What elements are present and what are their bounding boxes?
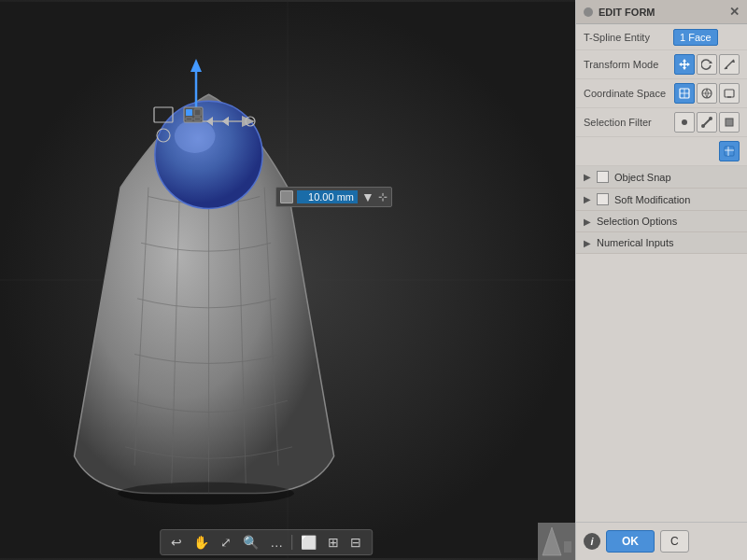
transform-mode-label: Transform Mode xyxy=(584,59,668,70)
svg-marker-31 xyxy=(687,63,690,66)
toolbar-zoom-btn[interactable]: 🔍 xyxy=(240,533,261,552)
coordinate-space-label: Coordinate Space xyxy=(584,88,668,99)
selection-options-label: Selection Options xyxy=(597,216,677,227)
selection-filter-extra-buttons xyxy=(719,141,740,161)
dimension-value-input[interactable]: 10.00 mm xyxy=(297,190,358,203)
ok-button[interactable]: OK xyxy=(606,530,655,553)
numerical-inputs-label: Numerical Inputs xyxy=(597,237,674,248)
coord-screen-btn[interactable] xyxy=(719,83,740,104)
toolbar-grid-btn[interactable]: ⊞ xyxy=(325,533,342,552)
panel-close-btn[interactable]: ✕ xyxy=(729,5,740,19)
svg-point-16 xyxy=(157,129,170,142)
svg-rect-27 xyxy=(564,541,571,553)
3d-viewport[interactable]: 10.00 mm ▼ ⊹ ↩ ✋ ⤢ 🔍 … ⬜ ⊞ ⊟ xyxy=(0,0,575,560)
dimension-input-box: 10.00 mm ▼ ⊹ xyxy=(275,187,392,207)
toolbar-orbit-btn[interactable]: ⤢ xyxy=(218,533,234,552)
dimension-expand-btn[interactable]: ⊹ xyxy=(378,190,388,203)
svg-rect-48 xyxy=(725,147,734,156)
transform-rotate-btn[interactable] xyxy=(697,54,717,75)
svg-rect-21 xyxy=(194,118,201,120)
filter-vertex-btn[interactable] xyxy=(674,112,695,133)
numerical-inputs-section[interactable]: ▶ Numerical Inputs xyxy=(576,232,747,254)
svg-marker-28 xyxy=(683,59,686,62)
toolbar-undo-btn[interactable]: ↩ xyxy=(168,533,185,552)
view-thumbnail xyxy=(538,523,575,560)
panel-footer: i OK C xyxy=(576,522,747,560)
soft-modification-checkbox[interactable] xyxy=(597,193,609,205)
toolbar-more-btn[interactable]: … xyxy=(267,533,286,552)
soft-modification-label: Soft Modification xyxy=(614,194,690,205)
svg-point-45 xyxy=(701,124,705,128)
coord-local-btn[interactable] xyxy=(674,83,695,104)
main-container: 10.00 mm ▼ ⊹ ↩ ✋ ⤢ 🔍 … ⬜ ⊞ ⊟ xyxy=(0,0,747,560)
svg-rect-19 xyxy=(194,109,201,116)
object-snap-checkbox[interactable] xyxy=(597,171,609,183)
object-snap-chevron: ▶ xyxy=(584,172,591,182)
toolbar-display-btn[interactable]: ⬜ xyxy=(298,533,319,552)
svg-rect-18 xyxy=(186,109,192,116)
svg-rect-20 xyxy=(186,118,192,120)
svg-rect-47 xyxy=(726,119,733,126)
panel-title: EDIT FORM xyxy=(599,7,655,18)
filter-edge-btn[interactable] xyxy=(697,112,717,133)
svg-point-10 xyxy=(118,483,294,505)
svg-marker-30 xyxy=(679,63,682,66)
selection-filter-extra-row xyxy=(576,137,747,166)
t-spline-entity-label: T-Spline Entity xyxy=(584,32,668,43)
dim-color-swatch xyxy=(280,190,293,203)
filter-face-btn[interactable] xyxy=(719,112,740,133)
svg-point-46 xyxy=(709,117,712,120)
svg-marker-25 xyxy=(222,117,229,126)
svg-marker-23 xyxy=(206,117,213,126)
svg-marker-12 xyxy=(190,59,202,72)
toolbar-divider-1 xyxy=(291,535,292,550)
panel-header-icon xyxy=(584,7,593,17)
svg-marker-29 xyxy=(683,67,686,70)
transform-gizmo xyxy=(145,51,257,145)
object-snap-label: Object Snap xyxy=(614,172,671,183)
info-btn[interactable]: i xyxy=(584,533,600,550)
soft-modification-chevron: ▶ xyxy=(584,194,591,204)
transform-mode-buttons xyxy=(674,54,740,75)
coord-world-btn[interactable] xyxy=(697,83,717,104)
selection-filter-row: Selection Filter xyxy=(576,108,747,137)
selection-filter-label: Selection Filter xyxy=(584,117,668,128)
numerical-inputs-chevron: ▶ xyxy=(584,238,591,248)
dimension-dropdown-arrow[interactable]: ▼ xyxy=(361,189,374,204)
right-panel: EDIT FORM ✕ T-Spline Entity 1 Face Trans… xyxy=(575,0,747,560)
t-spline-entity-value-btn[interactable]: 1 Face xyxy=(673,29,718,46)
svg-rect-15 xyxy=(154,107,173,122)
toolbar-view-btn[interactable]: ⊟ xyxy=(347,533,364,552)
bottom-toolbar: ↩ ✋ ⤢ 🔍 … ⬜ ⊞ ⊟ xyxy=(160,529,373,555)
selection-options-chevron: ▶ xyxy=(584,217,591,227)
transform-scale-btn[interactable] xyxy=(719,54,740,75)
selection-options-section[interactable]: ▶ Selection Options xyxy=(576,211,747,232)
transform-move-btn[interactable] xyxy=(674,54,695,75)
filter-extra-btn[interactable] xyxy=(719,141,740,161)
panel-header: EDIT FORM ✕ xyxy=(576,0,747,24)
coordinate-space-buttons xyxy=(674,83,740,104)
coordinate-space-row: Coordinate Space xyxy=(576,79,747,108)
selection-filter-buttons xyxy=(674,112,740,133)
object-snap-section[interactable]: ▶ Object Snap xyxy=(576,166,747,189)
cancel-button[interactable]: C xyxy=(660,530,689,553)
transform-mode-row: Transform Mode xyxy=(576,50,747,79)
toolbar-pan-btn[interactable]: ✋ xyxy=(190,533,212,552)
svg-rect-41 xyxy=(725,90,734,97)
soft-modification-section[interactable]: ▶ Soft Modification xyxy=(576,189,747,211)
t-spline-entity-row: T-Spline Entity 1 Face xyxy=(576,24,747,50)
svg-point-43 xyxy=(682,119,687,125)
model-svg xyxy=(0,0,575,560)
